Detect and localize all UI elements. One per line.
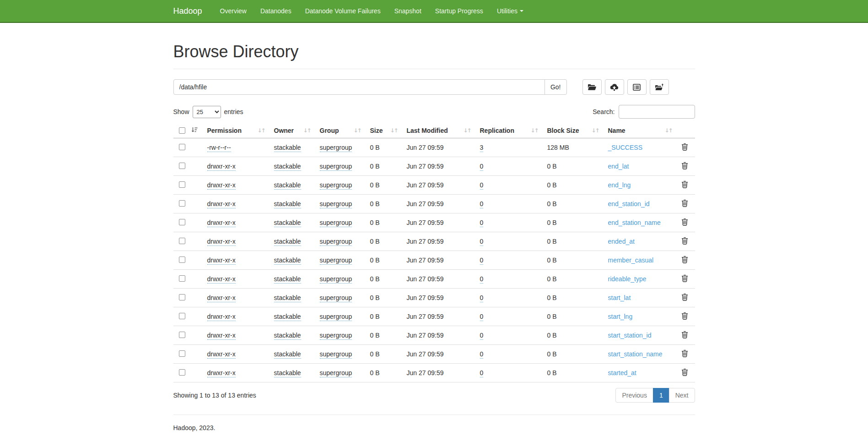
sort-icon[interactable]: ↓↑ bbox=[664, 127, 674, 134]
sort-icon[interactable]: ↓↑ bbox=[257, 127, 266, 134]
sort-icon[interactable]: ↓↑ bbox=[463, 127, 472, 134]
replication-value[interactable]: 0 bbox=[480, 219, 484, 227]
replication-value[interactable]: 0 bbox=[480, 369, 484, 377]
file-name-link[interactable]: end_lat bbox=[608, 163, 629, 170]
pagination-next[interactable]: Next bbox=[669, 388, 695, 403]
permission-value[interactable]: drwxr-xr-x bbox=[207, 256, 236, 265]
file-name-link[interactable]: start_station_name bbox=[608, 350, 663, 358]
permission-value[interactable]: drwxr-xr-x bbox=[207, 332, 236, 340]
sort-icon[interactable]: ↓↑ bbox=[390, 127, 399, 134]
group-value[interactable]: supergroup bbox=[320, 219, 352, 227]
pagination-previous[interactable]: Previous bbox=[615, 388, 653, 403]
file-name-link[interactable]: started_at bbox=[608, 369, 636, 377]
permission-value[interactable]: drwxr-xr-x bbox=[207, 200, 236, 208]
permission-value[interactable]: drwxr-xr-x bbox=[207, 181, 236, 190]
delete-file-button[interactable] bbox=[681, 218, 688, 227]
nav-item-startup-progress[interactable]: Startup Progress bbox=[428, 7, 490, 15]
permission-value[interactable]: drwxr-xr-x bbox=[207, 219, 236, 227]
permission-value[interactable]: drwxr-xr-x bbox=[207, 275, 236, 284]
replication-value[interactable]: 0 bbox=[480, 200, 484, 208]
owner-value[interactable]: stackable bbox=[274, 163, 301, 171]
upload-file-button[interactable] bbox=[605, 79, 624, 95]
row-checkbox[interactable] bbox=[179, 219, 185, 225]
row-checkbox[interactable] bbox=[179, 369, 185, 376]
permission-value[interactable]: drwxr-xr-x bbox=[207, 313, 236, 321]
replication-value[interactable]: 0 bbox=[480, 332, 484, 340]
owner-value[interactable]: stackable bbox=[274, 256, 301, 265]
row-checkbox[interactable] bbox=[179, 332, 185, 338]
row-checkbox[interactable] bbox=[179, 200, 185, 207]
replication-value[interactable]: 0 bbox=[480, 163, 484, 171]
group-value[interactable]: supergroup bbox=[320, 163, 352, 171]
sort-icon[interactable]: ↓↑ bbox=[353, 127, 362, 134]
replication-value[interactable]: 0 bbox=[480, 256, 484, 265]
permission-value[interactable]: drwxr-xr-x bbox=[207, 350, 236, 359]
sorted-ascending-icon[interactable] bbox=[191, 127, 200, 134]
file-name-link[interactable]: start_lng bbox=[608, 313, 633, 320]
navbar-brand[interactable]: Hadoop bbox=[173, 0, 213, 22]
group-value[interactable]: supergroup bbox=[320, 369, 352, 377]
owner-value[interactable]: stackable bbox=[274, 294, 301, 302]
delete-file-button[interactable] bbox=[681, 312, 688, 321]
owner-value[interactable]: stackable bbox=[274, 200, 301, 208]
file-name-link[interactable]: member_casual bbox=[608, 256, 654, 264]
group-value[interactable]: supergroup bbox=[320, 181, 352, 190]
file-name-link[interactable]: start_lat bbox=[608, 294, 631, 301]
nav-item-datanode-volume-failures[interactable]: Datanode Volume Failures bbox=[298, 7, 388, 15]
replication-value[interactable]: 0 bbox=[480, 350, 484, 359]
file-name-link[interactable]: end_station_id bbox=[608, 200, 650, 207]
owner-value[interactable]: stackable bbox=[274, 275, 301, 284]
delete-file-button[interactable] bbox=[681, 237, 688, 246]
owner-value[interactable]: stackable bbox=[274, 181, 301, 190]
list-alt-button[interactable] bbox=[627, 79, 647, 95]
row-checkbox[interactable] bbox=[179, 294, 185, 300]
permission-value[interactable]: -rw-r--r-- bbox=[207, 144, 231, 152]
replication-value[interactable]: 0 bbox=[480, 275, 484, 284]
owner-value[interactable]: stackable bbox=[274, 219, 301, 227]
group-value[interactable]: supergroup bbox=[320, 256, 352, 265]
replication-value[interactable]: 0 bbox=[480, 313, 484, 321]
group-value[interactable]: supergroup bbox=[320, 350, 352, 359]
delete-file-button[interactable] bbox=[681, 199, 688, 208]
delete-file-button[interactable] bbox=[681, 274, 688, 284]
replication-value[interactable]: 0 bbox=[480, 181, 484, 190]
create-directory-button[interactable] bbox=[650, 79, 669, 95]
file-name-link[interactable]: _SUCCESS bbox=[608, 144, 642, 151]
group-value[interactable]: supergroup bbox=[320, 238, 352, 246]
row-checkbox[interactable] bbox=[179, 350, 185, 357]
file-name-link[interactable]: end_lng bbox=[608, 181, 631, 189]
go-button[interactable]: Go! bbox=[545, 79, 567, 95]
nav-item-snapshot[interactable]: Snapshot bbox=[388, 7, 428, 15]
group-value[interactable]: supergroup bbox=[320, 294, 352, 302]
row-checkbox[interactable] bbox=[179, 181, 185, 188]
permission-value[interactable]: drwxr-xr-x bbox=[207, 163, 236, 171]
row-checkbox[interactable] bbox=[179, 144, 185, 150]
delete-file-button[interactable] bbox=[681, 180, 688, 190]
row-checkbox[interactable] bbox=[179, 163, 185, 169]
file-name-link[interactable]: rideable_type bbox=[608, 275, 647, 283]
permission-value[interactable]: drwxr-xr-x bbox=[207, 294, 236, 302]
replication-value[interactable]: 3 bbox=[480, 144, 484, 152]
sort-icon[interactable]: ↓↑ bbox=[530, 127, 539, 134]
file-name-link[interactable]: ended_at bbox=[608, 238, 635, 245]
select-all-checkbox[interactable] bbox=[179, 127, 185, 134]
folder-open-button[interactable] bbox=[582, 79, 602, 95]
row-checkbox[interactable] bbox=[179, 238, 185, 244]
group-value[interactable]: supergroup bbox=[320, 200, 352, 208]
owner-value[interactable]: stackable bbox=[274, 313, 301, 321]
delete-file-button[interactable] bbox=[681, 331, 688, 340]
delete-file-button[interactable] bbox=[681, 368, 688, 377]
directory-path-input[interactable] bbox=[173, 79, 545, 95]
nav-item-overview[interactable]: Overview bbox=[213, 7, 253, 15]
group-value[interactable]: supergroup bbox=[320, 144, 352, 152]
table-search-input[interactable] bbox=[619, 105, 695, 119]
delete-file-button[interactable] bbox=[681, 143, 688, 152]
row-checkbox[interactable] bbox=[179, 313, 185, 319]
row-checkbox[interactable] bbox=[179, 256, 185, 263]
delete-file-button[interactable] bbox=[681, 256, 688, 265]
replication-value[interactable]: 0 bbox=[480, 294, 484, 302]
nav-item-datanodes[interactable]: Datanodes bbox=[253, 7, 298, 15]
owner-value[interactable]: stackable bbox=[274, 332, 301, 340]
sort-icon[interactable]: ↓↑ bbox=[591, 127, 600, 134]
group-value[interactable]: supergroup bbox=[320, 313, 352, 321]
